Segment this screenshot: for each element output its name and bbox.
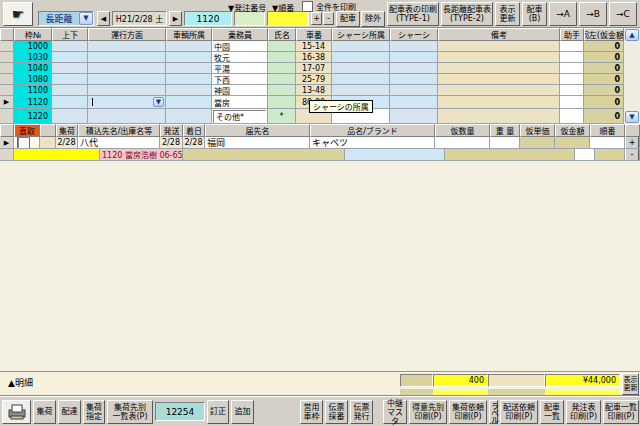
frame-table-scrollbar[interactable]: ▲ ▼ [624, 28, 640, 124]
label-button[interactable]: ラベル [489, 400, 498, 424]
sort-seq-label[interactable]: ▼順番 [272, 2, 294, 13]
col-header-shaban[interactable]: 車番 [296, 28, 332, 41]
amount-cell[interactable]: 0 [584, 52, 624, 63]
col-header-chassis-shozoku[interactable]: シャーシ所属 [332, 28, 390, 41]
shimei-cell[interactable] [268, 74, 296, 85]
shuka-shitei-button[interactable]: 集荷 指定 [83, 400, 105, 424]
frame-row[interactable]: 1100 神園 13-48 0 [0, 85, 640, 96]
shaban-cell[interactable]: 15-14 [296, 41, 332, 52]
exclude-button[interactable]: 除外 [361, 11, 385, 27]
col-header-biko[interactable]: 備考 [438, 28, 560, 41]
col-header-shuka[interactable]: 集荷 [56, 124, 78, 137]
col-header-amount[interactable]: 同左(仮金額) [584, 28, 624, 41]
haiso-irai-print-button[interactable]: 配送依頼 印刷(P) [500, 400, 538, 424]
frame-row[interactable]: 1040 平湯 17-07 0 [0, 63, 640, 74]
order-no-field[interactable]: 12254 [155, 402, 205, 421]
col-header-suryo[interactable]: 仮数量 [435, 124, 490, 137]
homen-edit-cell[interactable]: ▼ [88, 96, 166, 109]
crew-cell[interactable]: 中園 [212, 41, 268, 52]
crew-cell[interactable]: 平湯 [212, 63, 268, 74]
assign-button[interactable]: 配車 [336, 11, 360, 27]
scroll-down-icon[interactable]: ▼ [625, 111, 639, 123]
col-header-joge[interactable]: 上下 [52, 28, 88, 41]
col-header-hinmei[interactable]: 品名/ブランド [310, 124, 435, 137]
tsumikomi-cell[interactable]: 八代 [78, 137, 160, 149]
waku-cell[interactable]: 1040 [14, 63, 52, 74]
goto-a-button[interactable]: →A [549, 2, 577, 26]
meisai-label[interactable]: ▲明細 [8, 376, 33, 389]
col-header-chakubi[interactable]: 着日 [183, 124, 205, 137]
haisha-ichiran-button[interactable]: 配車 一覧 [540, 400, 564, 424]
print-type2-button[interactable]: 長距離配車表 (TYPE-2) [441, 2, 493, 26]
col-header-crew[interactable]: 乗務員 [212, 28, 268, 41]
waku-cell[interactable]: 1100 [14, 85, 52, 96]
amount-cell[interactable]: 0 [584, 74, 624, 85]
checkbox-icon[interactable] [302, 1, 313, 12]
col-header-sharyo[interactable]: 車輌所属 [166, 28, 212, 41]
checkbox-icon[interactable] [18, 137, 29, 148]
col-header-joshu[interactable]: 助手 [560, 28, 584, 41]
crew-cell[interactable]: 當房 [212, 96, 268, 109]
haitatsu-button[interactable]: 配達 [58, 400, 81, 424]
waku-cell[interactable]: 1000 [14, 41, 52, 52]
sub-field-green[interactable] [234, 11, 265, 26]
minus-button[interactable]: - [323, 12, 334, 25]
col-header-junban[interactable]: 順番 [590, 124, 625, 137]
crew-cell[interactable]: 牧元 [212, 52, 268, 63]
crew-combo[interactable]: その他* [212, 109, 268, 124]
shuka-date-cell[interactable]: 2/28 [56, 137, 78, 149]
detail-row[interactable]: ▶ 2/28 八代 2/28 2/28 福岡 キャベツ + [0, 137, 640, 149]
sub-field-yellow[interactable] [267, 11, 309, 26]
shaban-cell[interactable]: 16-38 [296, 52, 332, 63]
teisei-button[interactable]: 訂正 [207, 400, 229, 424]
chukei-master-button[interactable]: 中継 マスタ [383, 400, 407, 424]
col-header-homen[interactable]: 運行方面 [88, 28, 166, 41]
shaban-cell[interactable]: 13-48 [296, 85, 332, 96]
assign-yellow-cell[interactable] [14, 149, 100, 161]
eigyo-waku-button[interactable]: 営用 車枠 [300, 400, 323, 424]
assign-b-button[interactable]: 配車 (B) [522, 2, 547, 26]
footer-refresh-button[interactable]: 表示 更新 [622, 373, 639, 395]
prev-date-button[interactable]: ◀ [97, 11, 110, 26]
tokuisaki-print-button[interactable]: 得意先別 印刷(P) [409, 400, 447, 424]
col-header-kingaku[interactable]: 仮金額 [555, 124, 590, 137]
col-header-todokesaki[interactable]: 届先名 [205, 124, 310, 137]
sort-order-no-label[interactable]: ▼発注番号 [228, 2, 266, 13]
mode-select[interactable]: 長距離 ▼ [38, 11, 94, 26]
hachu-print-button[interactable]: 発注表 印刷(P) [566, 400, 601, 424]
jikidori-checkbox-cell[interactable] [14, 137, 40, 149]
waku-cell[interactable]: 1220 [14, 109, 52, 124]
frame-no-field[interactable]: 1120 [184, 11, 232, 26]
haisha-print-button[interactable]: 配車一覧 印刷(P) [603, 400, 639, 424]
amount-cell[interactable]: 0 [584, 96, 624, 109]
shimei-cell[interactable] [268, 52, 296, 63]
hand-tool-button[interactable]: ☛ [3, 2, 33, 26]
amount-cell[interactable]: 0 [584, 63, 624, 74]
tsuika-button[interactable]: 追加 [231, 400, 254, 424]
chevron-down-icon[interactable]: ▼ [153, 97, 164, 107]
shimei-cell[interactable] [268, 41, 296, 52]
waku-cell[interactable]: 1120 [14, 96, 52, 109]
detail-minus-button[interactable]: - [625, 149, 639, 161]
scroll-up-icon[interactable]: ▲ [625, 29, 639, 41]
waku-cell[interactable]: 1030 [14, 52, 52, 63]
hasso-cell[interactable]: 2/28 [160, 137, 183, 149]
refresh-button[interactable]: 表示 更新 [495, 2, 520, 26]
denpyo-hakko-button[interactable]: 伝票 発行 [350, 400, 373, 424]
shimei-cell[interactable] [268, 96, 296, 109]
print-tool-button[interactable] [2, 400, 31, 424]
col-header-jikidori[interactable]: 直取 [14, 124, 40, 137]
frame-row[interactable]: 1000 中園 15-14 0 [0, 41, 640, 52]
col-header-waku[interactable]: 枠№ [14, 28, 52, 41]
next-date-button[interactable]: ▶ [169, 11, 182, 26]
amount-cell[interactable]: 0 [584, 109, 624, 124]
print-type1-button[interactable]: 配車表の印刷 (TYPE-1) [387, 2, 439, 26]
shimei-cell[interactable] [268, 85, 296, 96]
frame-row[interactable]: 1080 下西 25-79 0 [0, 74, 640, 85]
col-header-juryo[interactable]: 重 量 [490, 124, 520, 137]
crew-cell[interactable]: 神園 [212, 85, 268, 96]
waku-cell[interactable]: 1080 [14, 74, 52, 85]
detail-plus-button[interactable]: + [625, 137, 639, 149]
shaban-cell[interactable]: 25-79 [296, 74, 332, 85]
col-header-chassis[interactable]: シャーシ [390, 28, 438, 41]
